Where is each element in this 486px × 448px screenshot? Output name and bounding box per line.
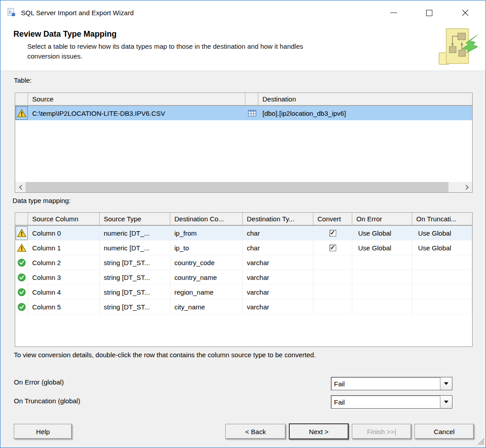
mapping-row[interactable]: Column 1 numeric [DT_... ip_to char ✓ Us…	[15, 241, 472, 255]
convert-checkbox[interactable]: ✓	[330, 230, 336, 237]
mapping-header-destination-type[interactable]: Destination Ty...	[243, 213, 313, 226]
minimize-button[interactable]	[376, 0, 411, 25]
mapping-row[interactable]: Column 0 numeric [DT_... ip_from char ✓ …	[15, 226, 472, 241]
cell-destination-column: ip_to	[170, 241, 243, 255]
ok-icon	[17, 258, 26, 267]
mapping-row[interactable]: Column 4 string [DT_ST... region_name va…	[15, 285, 472, 300]
cell-source-column: Column 3	[28, 270, 100, 285]
resize-grip[interactable]	[476, 436, 485, 447]
mapping-header-convert[interactable]: Convert	[313, 213, 352, 226]
warning-icon	[17, 109, 26, 118]
next-button[interactable]: Next >	[289, 423, 349, 440]
checkmark-icon: ✓	[330, 245, 335, 250]
cell-destination-column: region_name	[170, 285, 243, 300]
checkmark-icon: ✓	[330, 230, 335, 236]
cancel-button[interactable]: Cancel	[414, 424, 474, 439]
cell-destination-column: country_code	[170, 255, 243, 270]
mapping-header-on-truncation[interactable]: On Truncati...	[412, 213, 472, 226]
table-row-destination: [dbo].[ip2location_db3_ipv6]	[258, 106, 472, 120]
cell-source-type: numeric [DT_...	[100, 241, 170, 255]
titlebar[interactable]: SQL Server Import and Export Wizard	[0, 0, 486, 25]
scroll-left-button[interactable]	[15, 182, 25, 192]
cell-destination-type: char	[243, 241, 313, 255]
scrollbar-thumb[interactable]	[25, 182, 448, 192]
table-header-status-col[interactable]	[15, 93, 28, 106]
mapping-row[interactable]: Column 3 string [DT_ST... country_name v…	[15, 270, 472, 285]
cell-on-truncation: Use Global	[412, 241, 472, 255]
close-icon	[462, 9, 469, 16]
cell-on-truncation	[412, 300, 472, 314]
mapping-header-status-col[interactable]	[15, 213, 28, 226]
table-row[interactable]: C:\temp\IP2LOCATION-LITE-DB3.IPV6.CSV [d…	[15, 106, 472, 120]
table-grid: Source Destination C:\temp\IP2LOCATION-L…	[15, 93, 473, 193]
cell-source-type: string [DT_ST...	[100, 285, 170, 300]
page-title: Review Data Type Mapping	[13, 30, 117, 39]
horizontal-scrollbar[interactable]	[15, 182, 472, 192]
wizard-window: SQL Server Import and Export Wizard Revi…	[0, 0, 486, 448]
mapping-header-destination-column[interactable]: Destination Co...	[170, 213, 243, 226]
convert-checkbox[interactable]: ✓	[330, 245, 336, 251]
row-status-cell	[15, 241, 28, 255]
mapping-row[interactable]: Column 5 string [DT_ST... city_name varc…	[15, 300, 472, 314]
scroll-right-button[interactable]	[462, 182, 472, 192]
mapping-label: Data type mapping:	[13, 197, 71, 204]
conversion-note: To view conversion details, double-click…	[14, 351, 316, 359]
cell-convert	[313, 300, 352, 314]
minimize-icon	[390, 13, 397, 13]
table-grid-header: Source Destination	[15, 93, 472, 106]
app-icon	[7, 8, 16, 18]
cell-destination-column: country_name	[170, 270, 243, 285]
mapping-row[interactable]: Column 2 string [DT_ST... country_code v…	[15, 255, 472, 270]
ok-icon	[17, 273, 26, 282]
on-error-global-select[interactable]: Fail	[331, 377, 452, 390]
chevron-right-icon	[465, 185, 469, 190]
row-status-cell	[15, 300, 28, 314]
chevron-down-icon	[444, 401, 448, 403]
page-description: Select a table to review how its data ty…	[27, 42, 303, 61]
on-error-global-label: On Error (global)	[14, 378, 64, 386]
ok-icon	[17, 288, 26, 296]
on-truncation-global-value: Fail	[331, 396, 440, 408]
chevron-down-icon	[444, 382, 448, 385]
row-status-cell	[15, 226, 28, 241]
on-error-dropdown-button[interactable]	[440, 377, 452, 390]
cell-convert: ✓	[313, 226, 352, 241]
cell-on-error	[352, 300, 412, 314]
ok-icon	[17, 303, 26, 311]
back-button[interactable]: < Back	[225, 424, 286, 439]
maximize-icon	[426, 10, 432, 16]
cell-destination-type: varchar	[243, 255, 313, 270]
cell-on-error: Use Global	[352, 226, 412, 241]
on-truncation-global-label: On Truncation (global)	[14, 397, 80, 405]
chevron-left-icon	[19, 185, 22, 190]
help-button[interactable]: Help	[14, 424, 72, 439]
on-truncation-global-select[interactable]: Fail	[331, 395, 452, 409]
scrollbar-track[interactable]	[448, 182, 462, 192]
row-status-cell	[15, 255, 28, 270]
finish-button[interactable]: Finish >>|	[352, 424, 411, 439]
mapping-grid: Source Column Source Type Destination Co…	[15, 212, 473, 347]
cell-destination-column: ip_from	[170, 226, 243, 241]
window-title: SQL Server Import and Export Wizard	[21, 9, 134, 17]
warning-icon	[17, 244, 26, 252]
cell-destination-type: varchar	[243, 285, 313, 300]
table-header-destination[interactable]: Destination	[258, 93, 472, 106]
on-truncation-dropdown-button[interactable]	[440, 396, 452, 408]
table-label: Table:	[14, 76, 32, 84]
cell-on-truncation	[412, 255, 472, 270]
cell-destination-type: char	[243, 226, 313, 241]
mapping-header-source-column[interactable]: Source Column	[28, 213, 100, 226]
maximize-button[interactable]	[411, 0, 447, 25]
mapping-header-on-error[interactable]: On Error	[352, 213, 412, 226]
cell-source-type: string [DT_ST...	[100, 270, 170, 285]
cell-source-column: Column 5	[28, 300, 100, 314]
table-header-source[interactable]: Source	[28, 93, 245, 106]
mapping-header-source-type[interactable]: Source Type	[100, 213, 170, 226]
cell-on-truncation: Use Global	[412, 226, 472, 241]
close-button[interactable]	[447, 0, 483, 25]
table-icon	[248, 110, 256, 117]
row-status-cell	[15, 270, 28, 285]
cell-source-column: Column 0	[28, 226, 100, 241]
page-description-line1: Select a table to review how its data ty…	[27, 42, 303, 51]
table-header-icon-col[interactable]	[245, 93, 258, 106]
